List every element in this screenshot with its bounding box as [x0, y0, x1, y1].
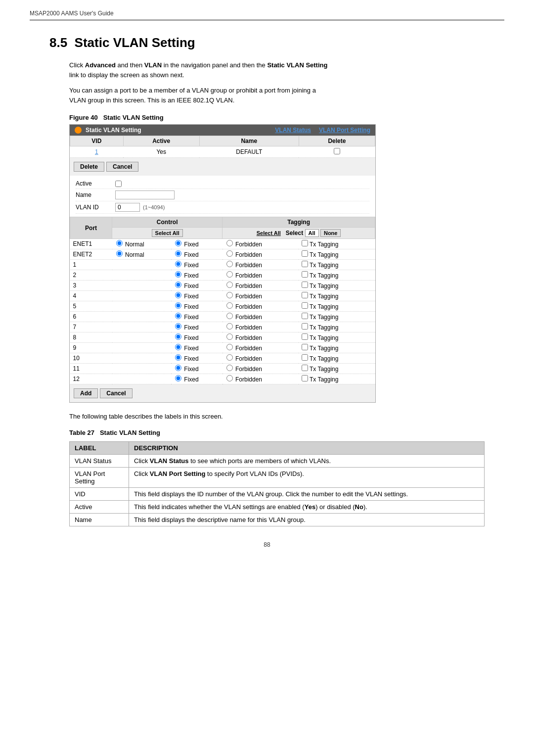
- fixed-cell[interactable]: Fixed: [171, 249, 222, 260]
- forbidden-cell[interactable]: Forbidden: [222, 374, 299, 384]
- forbidden-radio[interactable]: [226, 282, 233, 288]
- tx-checkbox[interactable]: [302, 282, 308, 288]
- tx-cell[interactable]: Tx Tagging: [299, 353, 375, 364]
- forbidden-cell[interactable]: Forbidden: [222, 239, 299, 249]
- tx-cell[interactable]: Tx Tagging: [299, 322, 375, 332]
- fixed-radio[interactable]: [175, 271, 181, 278]
- fixed-cell[interactable]: Fixed: [171, 374, 222, 384]
- normal-radio[interactable]: [116, 250, 123, 257]
- fixed-radio[interactable]: [175, 261, 181, 267]
- fixed-cell[interactable]: Fixed: [171, 291, 222, 301]
- tx-checkbox[interactable]: [302, 323, 308, 330]
- fixed-radio[interactable]: [175, 302, 181, 309]
- normal-cell[interactable]: Normal: [112, 239, 171, 249]
- delete-button[interactable]: Delete: [74, 162, 104, 172]
- forbidden-radio[interactable]: [226, 250, 233, 257]
- forbidden-radio[interactable]: [226, 354, 233, 361]
- fixed-cell[interactable]: Fixed: [171, 353, 222, 364]
- tx-checkbox[interactable]: [302, 354, 308, 361]
- normal-radio[interactable]: [116, 240, 123, 246]
- fixed-radio[interactable]: [175, 313, 181, 319]
- add-button[interactable]: Add: [74, 388, 98, 398]
- tag-none-btn[interactable]: None: [320, 229, 341, 237]
- tx-checkbox[interactable]: [302, 344, 308, 350]
- tx-checkbox[interactable]: [302, 333, 308, 340]
- fixed-cell[interactable]: Fixed: [171, 301, 222, 312]
- tx-checkbox[interactable]: [302, 250, 308, 257]
- vlan-status-link[interactable]: VLAN Status: [275, 127, 311, 134]
- tx-cell[interactable]: Tx Tagging: [299, 291, 375, 301]
- fixed-radio[interactable]: [175, 292, 181, 298]
- fixed-cell[interactable]: Fixed: [171, 260, 222, 270]
- tx-checkbox[interactable]: [302, 375, 308, 381]
- fixed-radio[interactable]: [175, 240, 181, 246]
- fixed-cell[interactable]: Fixed: [171, 270, 222, 281]
- tx-checkbox[interactable]: [302, 292, 308, 298]
- tx-cell[interactable]: Tx Tagging: [299, 249, 375, 260]
- forbidden-radio[interactable]: [226, 375, 233, 381]
- active-checkbox[interactable]: [115, 181, 122, 187]
- tx-cell[interactable]: Tx Tagging: [299, 343, 375, 353]
- forbidden-cell[interactable]: Forbidden: [222, 322, 299, 332]
- select-all-control-cell[interactable]: Select All: [112, 228, 222, 239]
- fixed-radio[interactable]: [175, 250, 181, 257]
- tx-checkbox[interactable]: [302, 302, 308, 309]
- tx-checkbox[interactable]: [302, 365, 308, 371]
- forbidden-cell[interactable]: Forbidden: [222, 291, 299, 301]
- fixed-cell[interactable]: Fixed: [171, 239, 222, 249]
- cancel-button-1[interactable]: Cancel: [106, 162, 138, 172]
- fixed-radio[interactable]: [175, 323, 181, 330]
- forbidden-radio[interactable]: [226, 344, 233, 350]
- forbidden-cell[interactable]: Forbidden: [222, 364, 299, 374]
- tx-cell[interactable]: Tx Tagging: [299, 374, 375, 384]
- forbidden-cell[interactable]: Forbidden: [222, 332, 299, 343]
- fixed-cell[interactable]: Fixed: [171, 332, 222, 343]
- forbidden-radio[interactable]: [226, 333, 233, 340]
- forbidden-radio[interactable]: [226, 323, 233, 330]
- fixed-cell[interactable]: Fixed: [171, 322, 222, 332]
- fixed-radio[interactable]: [175, 354, 181, 361]
- forbidden-radio[interactable]: [226, 313, 233, 319]
- tag-all-btn[interactable]: All: [305, 229, 319, 237]
- normal-cell[interactable]: Normal: [112, 249, 171, 260]
- tx-cell[interactable]: Tx Tagging: [299, 281, 375, 291]
- tx-cell[interactable]: Tx Tagging: [299, 332, 375, 343]
- name-input[interactable]: [115, 190, 175, 199]
- cancel-button-2[interactable]: Cancel: [100, 388, 132, 398]
- tx-checkbox[interactable]: [302, 240, 308, 246]
- forbidden-radio[interactable]: [226, 365, 233, 371]
- fixed-cell[interactable]: Fixed: [171, 343, 222, 353]
- fixed-cell[interactable]: Fixed: [171, 312, 222, 322]
- forbidden-cell[interactable]: Forbidden: [222, 353, 299, 364]
- forbidden-radio[interactable]: [226, 302, 233, 309]
- tx-cell[interactable]: Tx Tagging: [299, 301, 375, 312]
- forbidden-radio[interactable]: [226, 271, 233, 278]
- fixed-radio[interactable]: [175, 375, 181, 381]
- tx-cell[interactable]: Tx Tagging: [299, 270, 375, 281]
- tx-cell[interactable]: Tx Tagging: [299, 260, 375, 270]
- select-all-control-btn[interactable]: Select All: [152, 229, 183, 237]
- tx-checkbox[interactable]: [302, 271, 308, 278]
- forbidden-cell[interactable]: Forbidden: [222, 260, 299, 270]
- fixed-radio[interactable]: [175, 333, 181, 340]
- delete-checkbox-cell[interactable]: [299, 146, 375, 158]
- forbidden-cell[interactable]: Forbidden: [222, 249, 299, 260]
- tx-cell[interactable]: Tx Tagging: [299, 239, 375, 249]
- fixed-radio[interactable]: [175, 365, 181, 371]
- tx-checkbox[interactable]: [302, 261, 308, 267]
- forbidden-cell[interactable]: Forbidden: [222, 312, 299, 322]
- delete-checkbox[interactable]: [334, 148, 340, 154]
- tx-cell[interactable]: Tx Tagging: [299, 364, 375, 374]
- vlan-port-setting-link[interactable]: VLAN Port Setting: [319, 127, 370, 134]
- forbidden-radio[interactable]: [226, 261, 233, 267]
- forbidden-cell[interactable]: Forbidden: [222, 343, 299, 353]
- fixed-radio[interactable]: [175, 282, 181, 288]
- tx-cell[interactable]: Tx Tagging: [299, 312, 375, 322]
- forbidden-cell[interactable]: Forbidden: [222, 301, 299, 312]
- select-all-tagging-btn[interactable]: Select All: [257, 230, 281, 236]
- fixed-cell[interactable]: Fixed: [171, 281, 222, 291]
- forbidden-radio[interactable]: [226, 292, 233, 298]
- forbidden-cell[interactable]: Forbidden: [222, 270, 299, 281]
- fixed-cell[interactable]: Fixed: [171, 364, 222, 374]
- forbidden-radio[interactable]: [226, 240, 233, 246]
